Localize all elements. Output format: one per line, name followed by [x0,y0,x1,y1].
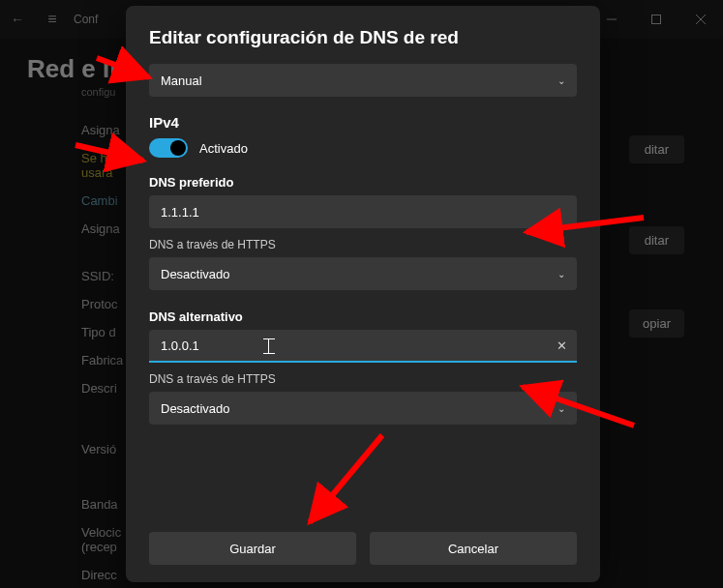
chevron-down-icon: ⌄ [557,75,565,86]
ipv4-section-label: IPv4 [149,114,577,131]
doh-preferred-label: DNS a través de HTTPS [149,238,577,251]
preferred-dns-label: DNS preferido [149,175,577,190]
toggle-state-label: Activado [199,141,248,156]
dialog-title: Editar configuración de DNS de red [149,27,577,48]
ipv4-toggle[interactable] [149,138,188,158]
input-value: 1.1.1.1 [161,205,199,220]
text-cursor-icon [263,338,275,354]
cancel-button[interactable]: Cancelar [370,532,577,565]
chevron-down-icon: ⌄ [557,403,565,414]
doh-alternate-select[interactable]: Desactivado ⌄ [149,392,577,425]
dns-mode-select[interactable]: Manual ⌄ [149,64,577,97]
select-value: Desactivado [161,401,230,416]
preferred-dns-input[interactable]: 1.1.1.1 [149,195,577,228]
select-value: Manual [161,74,202,88]
save-button[interactable]: Guardar [149,532,356,565]
doh-preferred-select[interactable]: Desactivado ⌄ [149,257,577,290]
select-value: Desactivado [161,267,230,281]
chevron-down-icon: ⌄ [557,269,565,279]
dns-edit-dialog: Editar configuración de DNS de red Manua… [126,6,600,582]
alternate-dns-label: DNS alternativo [149,309,577,324]
input-value: 1.0.0.1 [161,338,199,353]
alternate-dns-input[interactable]: 1.0.0.1 ✕ [149,330,577,363]
clear-icon[interactable]: ✕ [557,338,567,353]
doh-alternate-label: DNS a través de HTTPS [149,372,577,386]
